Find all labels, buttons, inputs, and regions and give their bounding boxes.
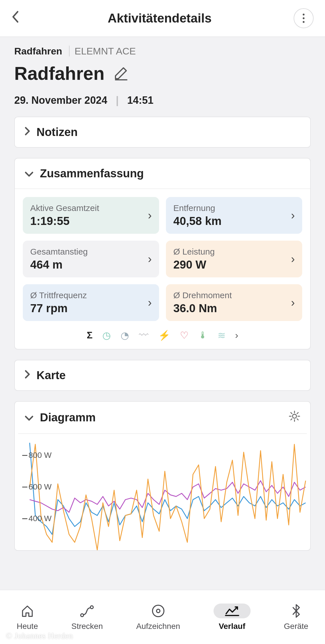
more-button[interactable]: [294, 8, 314, 28]
svg-point-5: [90, 606, 93, 609]
app-header: Aktivitätendetails: [0, 0, 325, 37]
tile-distance[interactable]: Entfernung 40,58 km ›: [166, 197, 302, 234]
thermometer-icon[interactable]: 🌡: [198, 330, 208, 341]
tile-label: Ø Leistung: [173, 247, 291, 257]
back-button[interactable]: [11, 11, 26, 26]
tile-label: Entfernung: [173, 203, 291, 213]
tile-value: 290 W: [173, 258, 291, 271]
chevron-down-icon: [25, 412, 34, 424]
tile-label: Aktive Gesamtzeit: [30, 203, 148, 213]
chevron-right-icon: [25, 126, 30, 138]
bottom-nav: Heute Strecken Aufzeichnen Verlauf Gerät…: [0, 590, 325, 644]
activity-name: Radfahren: [14, 63, 105, 84]
tile-avg-torque[interactable]: Ø Drehmoment 36.0 Nm ›: [166, 284, 302, 321]
breadcrumb-category: Radfahren: [14, 46, 62, 56]
clock-icon[interactable]: ◷: [102, 330, 111, 341]
nav-devices[interactable]: Geräte: [284, 604, 308, 631]
pencil-icon: [113, 65, 129, 81]
tile-value: 77 rpm: [30, 302, 148, 315]
tile-value: 1:19:55: [30, 215, 148, 227]
svg-point-7: [157, 609, 160, 613]
tile-label: Ø Trittfrequenz: [30, 290, 148, 300]
tile-avg-power[interactable]: Ø Leistung 290 W ›: [166, 241, 302, 277]
tile-value: 36.0 Nm: [173, 302, 291, 315]
tile-active-time[interactable]: Aktive Gesamtzeit 1:19:55 ›: [23, 197, 159, 234]
svg-point-4: [81, 614, 84, 617]
home-icon: [20, 604, 34, 618]
tile-value: 40,58 km: [173, 215, 291, 227]
y-axis-label: 800 W: [29, 451, 52, 460]
nav-label: Heute: [17, 622, 38, 631]
summary-section: Zusammenfassung Aktive Gesamtzeit 1:19:5…: [14, 158, 311, 350]
breadcrumb-device: ELEMNT ACE: [69, 46, 136, 56]
settings-button[interactable]: [289, 410, 300, 425]
trend-icon: [214, 604, 251, 618]
tile-label: Ø Drehmoment: [173, 290, 291, 300]
activity-title-row: Radfahren: [14, 63, 311, 84]
chevron-right-icon: ›: [148, 296, 152, 309]
record-icon: [151, 604, 165, 618]
page-title: Aktivitätendetails: [26, 11, 294, 25]
chevron-right-icon: ›: [291, 209, 295, 222]
svg-point-3: [292, 414, 296, 418]
summary-label: Zusammenfassung: [40, 167, 144, 180]
map-label: Karte: [36, 369, 66, 382]
sigma-icon[interactable]: Σ: [87, 330, 92, 341]
edit-button[interactable]: [113, 65, 129, 82]
tile-total-climb[interactable]: Gesamtanstieg 464 m ›: [23, 241, 159, 277]
nav-label: Aufzeichnen: [136, 622, 180, 631]
power-chart[interactable]: 400 W600 W800 W: [18, 433, 307, 550]
elevation-icon[interactable]: 〰: [139, 330, 149, 341]
tile-value: 464 m: [30, 258, 148, 271]
separator: |: [116, 94, 119, 106]
activity-datetime: 29. November 2024 | 14:51: [14, 94, 311, 106]
activity-time: 14:51: [127, 94, 153, 106]
metric-filter-row[interactable]: Σ ◷ ◔ 〰 ⚡ ♡ 🌡 ≋ ›: [23, 330, 302, 341]
svg-point-6: [153, 605, 164, 617]
nav-routes[interactable]: Strecken: [71, 604, 103, 631]
nav-label: Geräte: [284, 622, 308, 631]
nav-label: Verlauf: [219, 622, 245, 631]
y-axis-label: 400 W: [29, 514, 52, 523]
wind-icon[interactable]: ≋: [218, 330, 226, 341]
tile-avg-cadence[interactable]: Ø Trittfrequenz 77 rpm ›: [23, 284, 159, 321]
svg-point-2: [303, 21, 304, 23]
tile-label: Gesamtanstieg: [30, 247, 148, 257]
dots-vertical-icon: [302, 13, 305, 23]
notes-label: Notizen: [36, 126, 78, 139]
svg-point-0: [303, 14, 304, 15]
gear-icon: [289, 410, 300, 422]
chevron-left-icon: [11, 11, 19, 23]
nav-record[interactable]: Aufzeichnen: [136, 604, 180, 631]
summary-header[interactable]: Zusammenfassung: [15, 159, 310, 188]
chart-label: Diagramm: [40, 411, 96, 424]
bluetooth-icon: [291, 604, 301, 618]
map-section[interactable]: Karte: [14, 360, 311, 391]
chevron-right-icon: ›: [291, 296, 295, 309]
bolt-icon[interactable]: ⚡: [158, 330, 170, 341]
chart-header[interactable]: Diagramm: [15, 402, 310, 433]
chevron-right-icon: ›: [148, 209, 152, 222]
chevron-right-icon: [25, 369, 30, 381]
chart-section: Diagramm 400 W600 W800 W: [14, 401, 311, 551]
chevron-right-icon: ›: [291, 253, 295, 265]
nav-history[interactable]: Verlauf: [214, 604, 251, 631]
heart-icon[interactable]: ♡: [180, 330, 188, 341]
chevron-right-icon[interactable]: ›: [235, 330, 238, 341]
svg-point-1: [303, 17, 304, 19]
notes-section[interactable]: Notizen: [14, 117, 311, 148]
nav-today[interactable]: Heute: [17, 604, 38, 631]
y-axis-label: 600 W: [29, 482, 52, 491]
speedometer-icon[interactable]: ◔: [121, 330, 129, 341]
chevron-down-icon: [25, 168, 34, 180]
chevron-right-icon: ›: [148, 253, 152, 265]
nav-label: Strecken: [71, 622, 103, 631]
activity-date: 29. November 2024: [14, 94, 107, 106]
breadcrumb: Radfahren ELEMNT ACE: [14, 46, 311, 57]
route-icon: [79, 604, 95, 618]
